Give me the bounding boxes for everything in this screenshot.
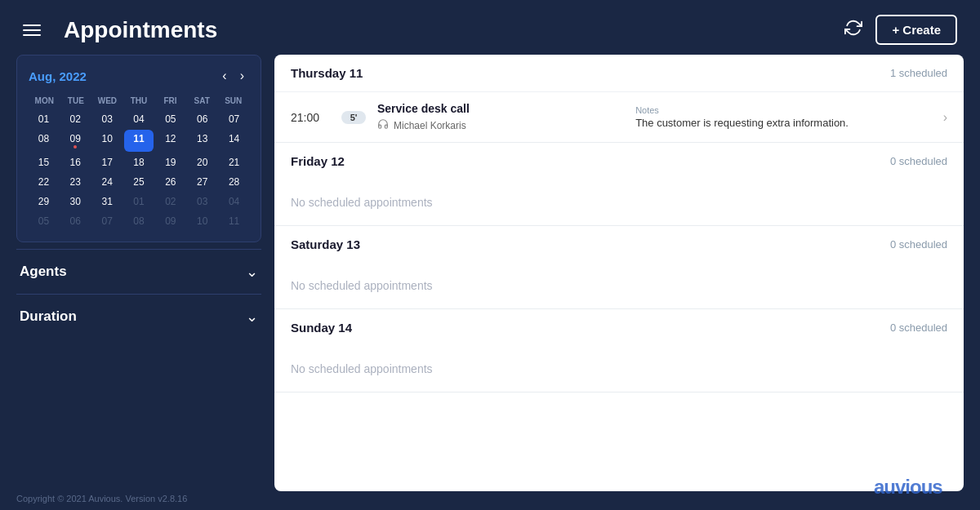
calendar-day-name: SUN	[217, 95, 249, 107]
scheduled-count: 0 scheduled	[890, 155, 947, 167]
calendar-cell[interactable]: 10	[92, 130, 122, 152]
calendar-cell[interactable]: 24	[92, 173, 122, 191]
create-button[interactable]: + Create	[875, 15, 957, 45]
calendar-weeks: 0102030405060708091011121314151617181920…	[29, 110, 249, 230]
day-section: Saturday 130 scheduledNo scheduled appoi…	[274, 226, 964, 309]
calendar-cell[interactable]: 06	[60, 212, 91, 230]
appointment-notes-area: NotesThe customer is requesting extra in…	[635, 105, 932, 129]
day-title: Thursday 11	[291, 66, 363, 80]
calendar-cell[interactable]: 29	[29, 193, 59, 211]
next-month-button[interactable]: ›	[235, 67, 249, 85]
calendar-cell[interactable]: 20	[187, 153, 217, 171]
notes-text: The customer is requesting extra informa…	[635, 117, 932, 129]
calendar-cell[interactable]: 10	[187, 212, 217, 230]
calendar-cell[interactable]: 30	[60, 193, 91, 211]
calendar-cell[interactable]: 02	[60, 110, 91, 128]
calendar-cell[interactable]: 08	[29, 130, 59, 152]
calendar-cell[interactable]: 14	[219, 130, 249, 152]
calendar-cell[interactable]: 05	[29, 212, 59, 230]
calendar-cell[interactable]: 28	[219, 173, 249, 191]
calendar-cell[interactable]: 04	[219, 193, 249, 211]
agents-filter-label: Agents	[20, 264, 67, 280]
calendar-cell[interactable]: 27	[187, 173, 217, 191]
day-title: Saturday 13	[291, 237, 360, 251]
calendar-day-name: FRI	[154, 95, 186, 107]
calendar-day-name: TUE	[60, 95, 92, 107]
main-layout: Aug, 2022 ‹ › MONTUEWEDTHUFRISATSUN 0102…	[0, 55, 980, 491]
header: Appointments + Create	[0, 0, 980, 55]
day-header: Thursday 111 scheduled	[274, 55, 964, 91]
calendar-cell[interactable]: 03	[187, 193, 217, 211]
scheduled-count: 0 scheduled	[890, 322, 947, 334]
auvious-logo: auvious	[874, 472, 964, 503]
calendar-header: Aug, 2022 ‹ ›	[29, 67, 249, 85]
calendar-cell[interactable]: 01	[29, 110, 59, 128]
refresh-icon[interactable]	[844, 19, 862, 41]
calendar-week-row: 29303101020304	[29, 193, 249, 211]
menu-icon[interactable]	[23, 24, 41, 36]
duration-chevron-icon: ⌄	[246, 308, 258, 326]
agents-chevron-icon: ⌄	[246, 263, 258, 281]
day-section: Thursday 111 scheduled21:005'Service des…	[274, 55, 964, 143]
calendar-cell[interactable]: 18	[124, 153, 154, 171]
day-header: Friday 120 scheduled	[274, 143, 964, 180]
calendar-cell[interactable]: 09	[60, 130, 91, 152]
header-left: Appointments	[23, 17, 217, 43]
day-section: Sunday 140 scheduledNo scheduled appoint…	[274, 309, 964, 392]
calendar-week-row: 22232425262728	[29, 173, 249, 191]
calendar-cell[interactable]: 01	[124, 193, 154, 211]
calendar-cell[interactable]: 21	[219, 153, 249, 171]
appointment-info: Service desk callMichael Korkaris	[377, 102, 624, 132]
calendar-day-name: MON	[29, 95, 60, 107]
day-section: Friday 120 scheduledNo scheduled appoint…	[274, 143, 964, 226]
calendar-cell[interactable]: 23	[60, 173, 91, 191]
duration-filter-label: Duration	[20, 308, 77, 325]
calendar-grid: MONTUEWEDTHUFRISATSUN 010203040506070809…	[29, 95, 249, 230]
calendar-cell[interactable]: 31	[92, 193, 122, 211]
calendar-cell[interactable]: 15	[29, 153, 59, 171]
calendar-day-name: THU	[123, 95, 155, 107]
day-title: Sunday 14	[291, 321, 352, 335]
agents-filter-header[interactable]: Agents ⌄	[16, 263, 261, 281]
calendar-cell[interactable]: 11	[219, 212, 249, 230]
calendar-cell[interactable]: 08	[124, 212, 154, 230]
calendar-cell[interactable]: 09	[155, 212, 185, 230]
calendar-cell[interactable]: 06	[187, 110, 217, 128]
calendar-week-row: 05060708091011	[29, 212, 249, 230]
appointment-time: 21:00	[291, 111, 330, 124]
svg-text:auvious: auvious	[874, 476, 942, 498]
calendar-cell[interactable]: 25	[124, 173, 154, 191]
schedule-panel: Thursday 111 scheduled21:005'Service des…	[274, 55, 964, 491]
calendar-days-header: MONTUEWEDTHUFRISATSUN	[29, 95, 249, 107]
calendar-cell[interactable]: 05	[155, 110, 185, 128]
appointment-item[interactable]: 21:005'Service desk callMichael Korkaris…	[274, 91, 964, 142]
day-header: Sunday 140 scheduled	[274, 309, 964, 346]
calendar-cell[interactable]: 02	[155, 193, 185, 211]
page-title: Appointments	[64, 17, 217, 43]
calendar-cell[interactable]: 16	[60, 153, 91, 171]
calendar-week-row: 01020304050607	[29, 110, 249, 128]
left-panel: Aug, 2022 ‹ › MONTUEWEDTHUFRISATSUN 0102…	[16, 55, 261, 491]
duration-filter-header[interactable]: Duration ⌄	[16, 308, 261, 326]
headphone-icon	[377, 118, 389, 132]
appointment-badge: 5'	[341, 111, 366, 124]
calendar-cell[interactable]: 13	[187, 130, 217, 152]
calendar-nav: ‹ ›	[217, 67, 249, 85]
header-right: + Create	[844, 15, 957, 45]
calendar-month: Aug, 2022	[29, 69, 87, 83]
no-appointments-message: No scheduled appointments	[274, 263, 964, 308]
calendar-cell[interactable]: 07	[219, 110, 249, 128]
calendar-cell[interactable]: 22	[29, 173, 59, 191]
calendar-week-row: 15161718192021	[29, 153, 249, 171]
calendar-cell[interactable]: 04	[124, 110, 154, 128]
calendar-cell[interactable]: 12	[155, 130, 185, 152]
calendar-cell[interactable]: 07	[92, 212, 122, 230]
prev-month-button[interactable]: ‹	[217, 67, 231, 85]
calendar-cell[interactable]: 11	[124, 130, 154, 152]
scheduled-count: 1 scheduled	[890, 67, 947, 79]
calendar-cell[interactable]: 26	[155, 173, 185, 191]
day-title: Friday 12	[291, 154, 345, 168]
calendar-cell[interactable]: 17	[92, 153, 122, 171]
calendar-cell[interactable]: 19	[155, 153, 185, 171]
calendar-cell[interactable]: 03	[92, 110, 122, 128]
